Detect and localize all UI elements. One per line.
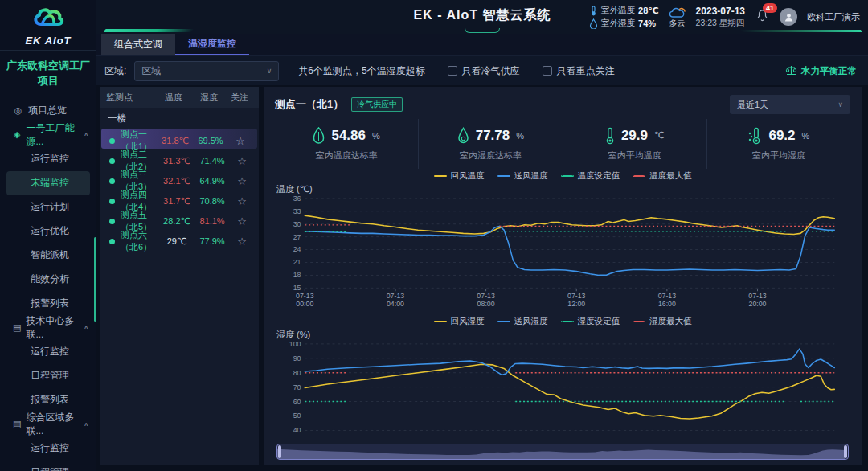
- datazoom-handle-right[interactable]: [844, 445, 847, 458]
- humidity-chart[interactable]: 405060708090100: [275, 340, 850, 436]
- sidebar-item-overview[interactable]: ◎ 项目总览: [0, 99, 96, 123]
- time-range-select[interactable]: 最近1天 ∨: [730, 95, 850, 114]
- sidebar-group-tech-center[interactable]: ▤ 技术中心多联... ∧: [0, 316, 96, 340]
- temp-axis-title: 温度 (℃): [275, 183, 850, 195]
- outdoor-temp-value: 28℃: [638, 6, 659, 16]
- status-dot: [109, 239, 115, 244]
- temperature-chart[interactable]: 151821242730333607-1300:0007-1304:0007-1…: [275, 195, 850, 309]
- svg-text:80: 80: [293, 368, 301, 376]
- follow-star-icon[interactable]: ☆: [230, 215, 254, 227]
- date-value: 2023-07-13: [696, 6, 745, 18]
- sidebar-group-region[interactable]: ▤ 综合区域多联... ∧: [0, 412, 96, 436]
- follow-star-icon[interactable]: ☆: [230, 175, 254, 187]
- area-label: 区域:: [104, 64, 126, 78]
- sidebar-group-label: 一号工厂能源...: [26, 121, 79, 149]
- point-row-4[interactable]: 测点四（北4） 31.7℃ 70.8% ☆: [100, 189, 259, 209]
- legend-item[interactable]: 回风温度: [434, 170, 485, 182]
- points-summary: 共6个监测点，5个温湿度超标: [298, 64, 424, 78]
- legend-label: 温度设定值: [578, 170, 620, 182]
- follow-star-icon[interactable]: ☆: [230, 195, 254, 207]
- status-dot: [109, 158, 115, 164]
- legend-swatch: [561, 175, 574, 177]
- follow-star-icon[interactable]: ☆: [228, 135, 252, 147]
- tab-combined-ac[interactable]: 组合式空调: [101, 34, 175, 55]
- kpi-unit: ℃: [654, 130, 664, 141]
- legend-item[interactable]: 温度设定值: [561, 170, 620, 182]
- sidebar-group-label: 综合区域多联...: [26, 411, 79, 438]
- follow-star-icon[interactable]: ☆: [230, 155, 254, 167]
- legend-label: 送风湿度: [514, 316, 548, 327]
- status-dot: [109, 138, 115, 144]
- tab-bar: 组合式空调 温湿度监控: [96, 34, 868, 56]
- sidebar-item-run-monitor-2[interactable]: 运行监控: [0, 340, 96, 364]
- sidebar-item-run-plan[interactable]: 运行计划: [0, 195, 96, 219]
- sidebar-scrollbar[interactable]: [94, 237, 96, 322]
- sidebar-item-run-optimize[interactable]: 运行优化: [0, 219, 96, 244]
- legend-swatch: [434, 321, 447, 322]
- sidebar-item-alarm-list-2[interactable]: 报警列表: [0, 388, 96, 412]
- point-temp: 32.1℃: [159, 176, 194, 186]
- point-row-3[interactable]: 测点三（北3） 32.1℃ 64.9% ☆: [100, 169, 259, 189]
- top-header: EK - AIoT 智慧云系统 室外温度 28℃: [96, 0, 868, 34]
- energy-group-icon: ◈: [13, 129, 21, 140]
- floor-group-label[interactable]: 一楼: [100, 108, 259, 129]
- series-回风温度: [305, 215, 834, 234]
- svg-text:07-13: 07-13: [748, 292, 767, 300]
- svg-text:07-13: 07-13: [477, 292, 495, 300]
- sidebar-item-schedule-3[interactable]: 日程管理: [0, 461, 96, 471]
- legend-label: 回风温度: [451, 170, 485, 182]
- point-row-6[interactable]: 测点六（北6） 29℃ 77.9% ☆: [100, 229, 259, 249]
- sidebar-item-terminal-monitor[interactable]: 末端监控: [6, 171, 90, 195]
- tab-temp-humidity-monitor[interactable]: 温湿度监控: [175, 34, 249, 55]
- area-select[interactable]: 区域 ∨: [134, 61, 279, 81]
- sidebar-item-smart-dispatch[interactable]: 智能派机: [0, 244, 96, 268]
- monitor-points-panel: 监测点 温度 湿度 关注 一楼 测点一（北1） 31.8℃ 69.5% ☆ 测点…: [100, 87, 259, 465]
- follow-star-icon[interactable]: ☆: [230, 236, 254, 248]
- legend-label: 送风温度: [514, 170, 548, 182]
- point-row-1[interactable]: 测点一（北1） 31.8℃ 69.5% ☆: [101, 129, 257, 149]
- datetime: 2023-07-13 23:23 星期四: [696, 6, 745, 28]
- svg-text:04:00: 04:00: [387, 300, 404, 308]
- checkbox-box: [542, 66, 552, 76]
- filter-bar: 区域: 区域 ∨ 共6个监测点，5个温湿度超标 只看冷气供应 只看重点关注 水力…: [96, 56, 868, 85]
- sidebar-item-run-monitor-3[interactable]: 运行监控: [0, 436, 96, 461]
- datazoom-handle-left[interactable]: [278, 445, 281, 458]
- kpi-unit: %: [516, 131, 524, 141]
- legend-item[interactable]: 温度最大值: [633, 170, 692, 182]
- thermometer-icon: [605, 127, 615, 145]
- kpi-row: 54.86 % 室内温度达标率 77.78 %: [275, 119, 850, 169]
- datazoom-slider[interactable]: [276, 444, 849, 460]
- sidebar-item-run-monitor-1[interactable]: 运行监控: [0, 147, 96, 171]
- sidebar-item-energy-analysis[interactable]: 能效分析: [0, 268, 96, 292]
- sidebar-group-factory1-energy[interactable]: ◈ 一号工厂能源... ∧: [0, 123, 96, 147]
- status-dot: [109, 219, 115, 224]
- avatar[interactable]: [780, 8, 797, 26]
- legend-item[interactable]: 湿度最大值: [633, 316, 692, 327]
- point-row-5[interactable]: 测点五（北5） 28.2℃ 81.1% ☆: [100, 209, 259, 229]
- sidebar-item-alarm-list-1[interactable]: 报警列表: [0, 292, 96, 316]
- point-detail-panel: 测点一（北1） 冷气供应中 最近1天 ∨ 54: [264, 87, 862, 465]
- kpi-temp-compliance: 54.86 % 室内温度达标率: [275, 119, 419, 169]
- legend-swatch: [434, 175, 447, 177]
- notification-badge: 41: [763, 3, 777, 13]
- legend-item[interactable]: 送风湿度: [497, 316, 548, 327]
- x-axis: 07-1300:0007-1304:0007-1308:0007-1312:00…: [296, 289, 767, 308]
- notifications-button[interactable]: 41: [756, 9, 768, 25]
- legend-item[interactable]: 回风湿度: [434, 316, 485, 327]
- legend-item[interactable]: 送风温度: [497, 170, 548, 182]
- chevron-up-icon: ∧: [84, 325, 88, 330]
- checkbox-followed-only[interactable]: 只看重点关注: [542, 64, 615, 78]
- svg-text:27: 27: [293, 233, 301, 241]
- overview-icon: ◎: [13, 105, 23, 116]
- series-送风湿度: [305, 349, 834, 375]
- legend-swatch: [497, 321, 510, 322]
- point-row-2[interactable]: 测点二（北2） 31.3℃ 71.4% ☆: [100, 149, 259, 169]
- chevron-up-icon: ∧: [84, 421, 88, 427]
- sidebar-item-schedule-2[interactable]: 日程管理: [0, 364, 96, 388]
- checkbox-cooling-only[interactable]: 只看冷气供应: [448, 64, 520, 78]
- svg-text:18: 18: [293, 271, 301, 279]
- legend-item[interactable]: 湿度设定值: [561, 316, 620, 327]
- detail-header: 测点一（北1） 冷气供应中 最近1天 ∨: [275, 93, 850, 116]
- leaf-icon: [313, 127, 325, 145]
- checkbox-label: 只看重点关注: [557, 64, 615, 78]
